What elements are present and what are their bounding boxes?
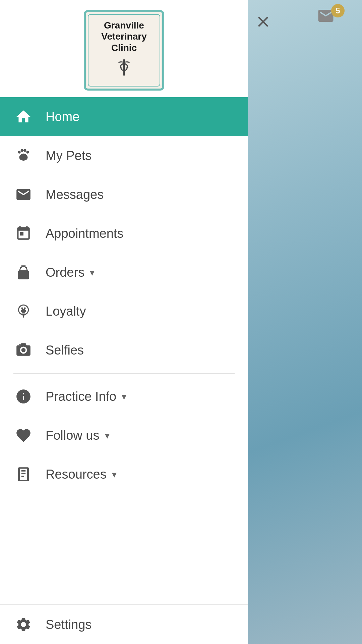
sidebar-item-my-pets[interactable]: My Pets bbox=[0, 136, 248, 175]
practice-info-chevron: ▾ bbox=[122, 391, 126, 402]
sidebar-item-follow-us[interactable]: Follow us ▾ bbox=[0, 416, 248, 455]
home-icon bbox=[13, 107, 34, 127]
caduceus-icon bbox=[114, 57, 134, 81]
svg-point-4 bbox=[21, 149, 23, 152]
envelope-icon bbox=[13, 184, 34, 205]
home-label: Home bbox=[46, 110, 79, 124]
heart-icon bbox=[13, 425, 34, 445]
svg-point-3 bbox=[18, 151, 20, 153]
sidebar-item-loyalty[interactable]: Loyalty bbox=[0, 292, 248, 331]
messages-label: Messages bbox=[46, 187, 104, 202]
sidebar-item-resources[interactable]: Resources ▾ bbox=[0, 455, 248, 494]
sidebar-item-appointments[interactable]: Appointments bbox=[0, 214, 248, 253]
svg-point-12 bbox=[21, 348, 26, 353]
logo-area: Granville Veterinary Clinic bbox=[0, 0, 248, 97]
bottle-icon bbox=[13, 262, 34, 282]
message-badge: 5 bbox=[331, 4, 345, 17]
footer-area[interactable]: Settings bbox=[0, 604, 248, 644]
navigation-drawer: Granville Veterinary Clinic bbox=[0, 0, 248, 644]
svg-point-9 bbox=[21, 307, 23, 309]
svg-point-1 bbox=[120, 66, 122, 68]
loyalty-icon bbox=[13, 301, 34, 321]
svg-point-10 bbox=[24, 307, 26, 309]
orders-chevron: ▾ bbox=[90, 267, 95, 278]
svg-point-6 bbox=[26, 151, 29, 153]
practice-info-label: Practice Info bbox=[46, 389, 116, 404]
orders-label: Orders bbox=[46, 265, 84, 280]
clinic-logo: Granville Veterinary Clinic bbox=[84, 10, 164, 91]
resources-label: Resources bbox=[46, 467, 107, 482]
follow-us-chevron: ▾ bbox=[105, 430, 110, 441]
nav-divider bbox=[13, 373, 235, 374]
sidebar-item-practice-info[interactable]: Practice Info ▾ bbox=[0, 377, 248, 416]
selfies-label: Selfies bbox=[46, 343, 84, 358]
sidebar-item-messages[interactable]: Messages bbox=[0, 175, 248, 214]
close-button[interactable] bbox=[251, 10, 275, 34]
resources-chevron: ▾ bbox=[112, 469, 117, 480]
follow-us-label: Follow us bbox=[46, 428, 100, 443]
svg-rect-7 bbox=[22, 272, 23, 273]
my-pets-label: My Pets bbox=[46, 149, 92, 163]
sidebar-item-home[interactable]: Home bbox=[0, 97, 248, 136]
loyalty-label: Loyalty bbox=[46, 304, 86, 319]
clinic-name: Granville Veterinary Clinic bbox=[101, 20, 146, 54]
nav-list: Home My Pets Messages bbox=[0, 97, 248, 604]
info-icon bbox=[13, 386, 34, 407]
appointments-label: Appointments bbox=[46, 226, 123, 241]
sidebar-item-orders[interactable]: Orders ▾ bbox=[0, 253, 248, 292]
camera-star-icon bbox=[13, 340, 34, 360]
message-icon-wrap: 5 bbox=[315, 7, 342, 30]
sidebar-item-selfies[interactable]: Selfies bbox=[0, 331, 248, 370]
calendar-icon bbox=[13, 223, 34, 244]
svg-rect-0 bbox=[123, 59, 125, 76]
settings-label: Settings bbox=[46, 618, 92, 632]
svg-point-5 bbox=[23, 149, 26, 152]
svg-point-2 bbox=[126, 66, 128, 68]
gear-icon bbox=[13, 614, 34, 635]
paw-icon bbox=[13, 146, 34, 166]
book-icon bbox=[13, 464, 34, 484]
message-badge-area[interactable]: 5 bbox=[315, 7, 342, 30]
